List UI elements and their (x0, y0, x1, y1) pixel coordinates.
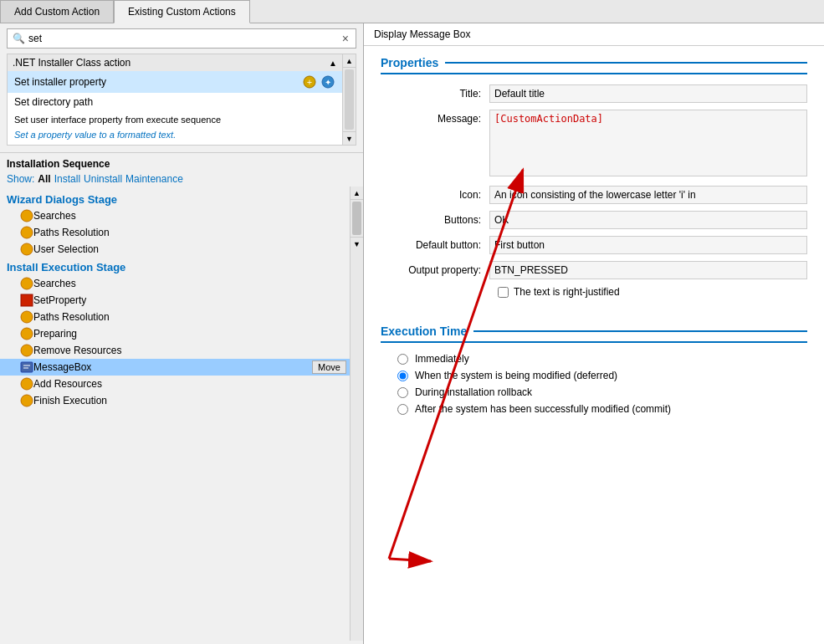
search-bar: 🔍 × (7, 28, 356, 49)
list-scroll-down[interactable]: ▼ (343, 131, 356, 145)
radio-deferred: When the system is being modified (defer… (381, 370, 807, 381)
svg-point-7 (21, 278, 33, 289)
message-textarea[interactable]: [CustomActionData] (489, 110, 807, 176)
radio-commit: After the system has been successfully m… (381, 403, 807, 415)
panel-title: Display Message Box (364, 23, 824, 46)
stage-item-paths-install[interactable]: Paths Resolution (0, 309, 350, 325)
stage-scroll-down[interactable]: ▼ (351, 237, 363, 250)
prop-row-default-button: Default button: (381, 236, 807, 254)
icon-input[interactable] (489, 186, 807, 204)
group-header-icons: ▲ (329, 59, 337, 68)
stage-item-messagebox[interactable]: MessageBox Move (0, 359, 350, 376)
right-panel: Display Message Box Properties Title: Me… (364, 23, 824, 644)
right-justify-checkbox[interactable] (498, 287, 509, 298)
buttons-input[interactable] (489, 211, 807, 229)
svg-point-15 (21, 378, 33, 390)
prop-row-message: Message: [CustomActionData] (381, 110, 807, 179)
action-item-1[interactable]: Set directory path (8, 93, 342, 111)
title-input[interactable] (489, 84, 807, 103)
remove-resources-icon (20, 344, 33, 357)
icon-label: Icon: (381, 186, 489, 201)
wizard-stage-title: Wizard Dialogs Stage (0, 190, 350, 207)
add-icon-0[interactable]: + (302, 74, 317, 89)
radio-rollback: During installation rollback (381, 386, 807, 398)
list-scroll-up[interactable]: ▲ (343, 54, 356, 68)
prop-row-icon: Icon: (381, 186, 807, 204)
svg-rect-12 (21, 362, 33, 372)
svg-text:✦: ✦ (325, 78, 331, 87)
messagebox-icon (20, 360, 33, 374)
show-uninstall[interactable]: Uninstall (84, 173, 122, 185)
scroll-up-icon[interactable]: ▲ (329, 59, 337, 68)
tab-add[interactable]: Add Custom Action (0, 0, 114, 23)
radio-rollback-label: During installation rollback (415, 386, 532, 398)
search-icon: 🔍 (13, 33, 25, 44)
svg-line-19 (389, 559, 431, 561)
move-button[interactable]: Move (312, 360, 346, 374)
stage-item-paths-wizard[interactable]: Paths Resolution (0, 224, 350, 241)
install-stage-title: Install Execution Stage (0, 258, 350, 275)
show-all[interactable]: All (38, 173, 50, 185)
right-justify-label: The text is right-justified (514, 286, 620, 298)
radio-immediately: Immediately (381, 353, 807, 365)
radio-deferred-input[interactable] (397, 371, 408, 381)
prop-row-title: Title: (381, 84, 807, 103)
stage-item-finish-execution[interactable]: Finish Execution (0, 392, 350, 409)
add-resources-icon (20, 377, 33, 391)
execution-title: Execution Time (381, 325, 807, 343)
radio-commit-input[interactable] (397, 404, 408, 415)
stage-item-searches-wizard[interactable]: Searches (0, 207, 350, 224)
stage-scroll-up[interactable]: ▲ (351, 187, 363, 200)
show-bar: Show: All Install Uninstall Maintenance (0, 171, 363, 187)
setproperty-icon (20, 294, 33, 307)
action-list: .NET Installer Class action ▲ Set instal… (7, 54, 356, 146)
stage-item-remove-resources[interactable]: Remove Resources (0, 342, 350, 359)
prop-row-output: Output property: (381, 261, 807, 279)
message-label: Message: (381, 110, 489, 125)
radio-immediately-label: Immediately (415, 353, 469, 365)
searches-wizard-icon (20, 209, 33, 222)
output-label: Output property: (381, 261, 489, 276)
stage-item-add-resources[interactable]: Add Resources (0, 376, 350, 392)
svg-point-10 (21, 328, 33, 340)
show-install[interactable]: Install (54, 173, 80, 185)
radio-immediately-input[interactable] (397, 354, 408, 365)
stage-item-user-selection[interactable]: User Selection (0, 241, 350, 258)
output-input[interactable] (489, 261, 807, 279)
tab-existing[interactable]: Existing Custom Actions (114, 0, 250, 23)
default-button-label: Default button: (381, 236, 489, 251)
search-input[interactable] (28, 33, 340, 44)
default-button-input[interactable] (489, 236, 807, 254)
paths-install-icon (20, 310, 33, 324)
action-group-header: .NET Installer Class action ▲ (8, 54, 342, 71)
svg-point-6 (21, 243, 33, 255)
execution-section: Execution Time Immediately When the syst… (364, 314, 824, 430)
stage-item-searches-install[interactable]: Searches (0, 275, 350, 292)
svg-text:+: + (307, 77, 312, 87)
stage-item-setproperty[interactable]: SetProperty (0, 292, 350, 309)
action-item-2[interactable]: Set user interface property from execute… (8, 111, 342, 128)
clear-search-button[interactable]: × (340, 32, 351, 45)
user-selection-icon (20, 243, 33, 256)
finish-execution-icon (20, 394, 33, 407)
properties-section: Properties Title: Message: [CustomAction… (364, 46, 824, 314)
svg-point-4 (21, 210, 33, 222)
searches-install-icon (20, 277, 33, 290)
radio-commit-label: After the system has been successfully m… (415, 403, 671, 415)
action-item-0[interactable]: Set installer property + ✦ (8, 71, 342, 93)
right-justify-row: The text is right-justified (381, 286, 807, 298)
svg-rect-8 (21, 294, 33, 306)
show-label: Show: (7, 173, 34, 185)
radio-rollback-input[interactable] (397, 387, 408, 398)
config-icon-0[interactable]: ✦ (320, 74, 335, 89)
stage-item-preparing[interactable]: Preparing (0, 325, 350, 342)
radio-deferred-label: When the system is being modified (defer… (415, 370, 617, 381)
properties-title: Properties (381, 56, 807, 74)
svg-point-9 (21, 311, 33, 323)
paths-wizard-icon (20, 226, 33, 239)
svg-point-11 (21, 345, 33, 356)
show-maintenance[interactable]: Maintenance (125, 173, 183, 185)
preparing-icon (20, 327, 33, 340)
svg-point-5 (21, 227, 33, 238)
prop-row-buttons: Buttons: (381, 211, 807, 229)
